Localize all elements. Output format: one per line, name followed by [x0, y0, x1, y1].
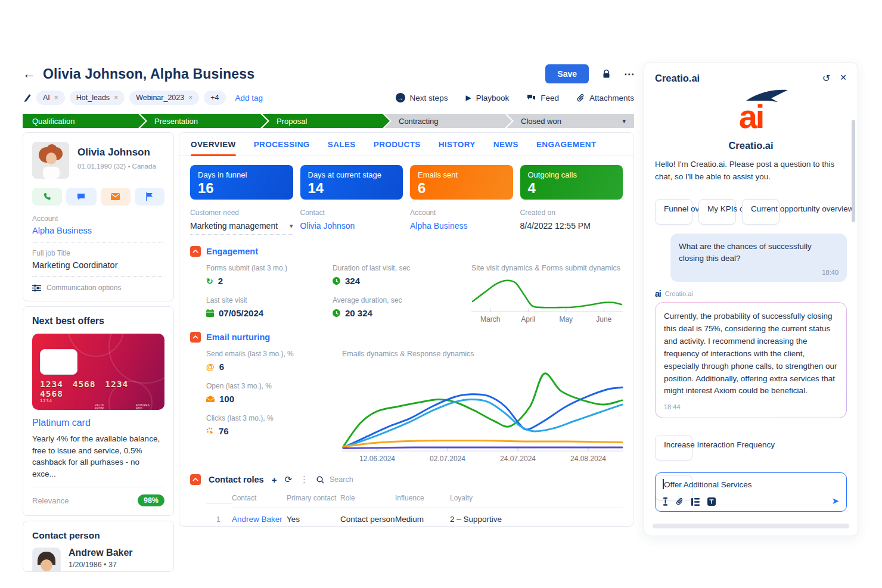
attach-icon[interactable]	[676, 497, 684, 506]
tab-engagement[interactable]: ENGAGEMENT	[536, 133, 597, 155]
calendar-icon	[206, 309, 214, 317]
job-title-value: Marketing Coordinator	[32, 260, 164, 270]
open-envelope-icon	[206, 396, 215, 402]
chip-funnel-overview[interactable]: Funnel overview	[655, 199, 692, 225]
tag-pill[interactable]: Hot_leads×	[70, 91, 125, 105]
tags-more-pill[interactable]: +4	[204, 91, 225, 105]
stat-last-site-visit: Last site visit 07/05/2024	[206, 296, 333, 318]
reset-chat-icon[interactable]: ↺	[822, 73, 830, 84]
tag-close-icon[interactable]: ×	[54, 94, 58, 101]
search-icon	[316, 476, 324, 484]
stage-proposal[interactable]: Proposal	[262, 114, 390, 128]
tag-pill[interactable]: Webinar_2023×	[129, 91, 199, 105]
credit-card-image: 1234 4568 1234 4568 1234 VALID FROM 00/0…	[32, 334, 164, 410]
tab-products[interactable]: PRODUCTS	[374, 133, 421, 155]
contact-link[interactable]: Andrew Baker	[232, 508, 287, 527]
stat-clicks: Clicks (last 3 mo.), % 76	[206, 414, 342, 436]
contact-name: Olivia Johnson	[77, 147, 156, 158]
text-format-icon[interactable]	[707, 497, 716, 506]
contact-roles-header: Contact roles + ⟳ ⋮	[190, 474, 623, 485]
chat-button[interactable]	[66, 188, 96, 206]
engagement-section-title[interactable]: Engagement	[206, 247, 258, 256]
call-button[interactable]	[32, 188, 62, 206]
attachments-button[interactable]: Attachments	[577, 93, 634, 102]
scrollbar[interactable]	[852, 120, 855, 222]
contact-roles-search[interactable]	[316, 475, 384, 484]
offer-product-link[interactable]: Platinum card	[32, 418, 164, 428]
refresh-icon[interactable]: ⟳	[284, 474, 292, 485]
tag-close-icon[interactable]: ×	[114, 94, 118, 101]
back-icon[interactable]: ←	[23, 66, 36, 82]
tag-close-icon[interactable]: ×	[188, 94, 192, 101]
table-row[interactable]: 1 Andrew Baker Yes Contact person Medium…	[206, 508, 623, 527]
tab-processing[interactable]: PROCESSING	[254, 133, 310, 155]
customer-need-select[interactable]: Marketing management ▾	[190, 221, 293, 235]
chip-increase-interaction[interactable]: Increase Interaction Frequency	[655, 435, 692, 461]
x-axis-labels: 12.06.202402.07.2024 24.07.202424.08.202…	[342, 455, 623, 463]
stage-qualification[interactable]: Qualification	[23, 114, 145, 128]
playbook-button[interactable]: ▶ Playbook	[465, 93, 509, 102]
add-tag-button[interactable]: Add tag	[235, 94, 263, 102]
lock-icon[interactable]	[602, 69, 611, 79]
page-header: ← Olivia Johnson, Alpha Business Save ⋯	[23, 63, 634, 85]
chip-opportunity-overview[interactable]: Current opportunity overview	[742, 199, 779, 225]
clock-icon	[333, 277, 340, 285]
next-steps-button[interactable]: → Next steps	[396, 93, 448, 102]
collapse-icon[interactable]	[190, 246, 201, 257]
collapse-icon[interactable]	[190, 474, 201, 485]
user-message-bubble: What are the chances of successfully clo…	[670, 234, 847, 282]
communication-options[interactable]: Communication options	[32, 284, 164, 292]
tab-news[interactable]: NEWS	[493, 133, 518, 155]
metric-days-at-stage: Days at current stage14	[300, 165, 403, 200]
flag-icon	[146, 192, 153, 201]
email-button[interactable]	[101, 188, 131, 206]
email-nurturing-section-title[interactable]: Email nurturing	[206, 332, 270, 342]
tab-overview[interactable]: OVERVIEW	[191, 133, 236, 155]
logo-arrow-icon	[745, 88, 789, 105]
stage-presentation[interactable]: Presentation	[140, 114, 268, 128]
kebab-menu-icon[interactable]: ⋮	[300, 474, 309, 485]
tab-history[interactable]: HISTORY	[439, 133, 476, 155]
account-field-link[interactable]: Alpha Business	[410, 221, 513, 231]
add-row-button[interactable]: +	[272, 475, 277, 485]
stage-contracting[interactable]: Contracting	[384, 114, 512, 128]
chevron-down-icon: ▾	[290, 222, 293, 230]
sliders-icon	[32, 284, 41, 292]
table-header-row: Contact Primary contact Role Influence L…	[206, 489, 623, 508]
feed-button[interactable]: Feed	[527, 93, 559, 102]
agent-message-label: ai Creatio.ai	[655, 289, 847, 298]
metric-cards: Days in funnel16 Days at current stage14…	[190, 165, 623, 200]
send-icon[interactable]: ➤	[831, 496, 839, 506]
search-input[interactable]	[328, 475, 384, 484]
stage-dropdown-icon[interactable]: ▾	[622, 117, 626, 125]
tag-pill[interactable]: AI×	[36, 91, 65, 105]
engagement-section: Forms submit (last 3 mo.) ↻2 Duration of…	[190, 264, 623, 328]
insert-icon[interactable]	[663, 497, 668, 506]
horizontal-scrollbar[interactable]	[653, 524, 849, 528]
offer-description: Yearly 4% for the available balance, fre…	[32, 433, 164, 480]
tab-sales[interactable]: SALES	[328, 133, 356, 155]
save-button[interactable]: Save	[545, 64, 589, 83]
record-toolbar: → Next steps ▶ Playbook Feed Attachments	[396, 93, 634, 102]
contact-person-name[interactable]: Andrew Baker	[69, 547, 133, 558]
more-menu-icon[interactable]: ⋯	[624, 68, 634, 80]
email-nurturing-section-header: Email nurturing	[190, 332, 623, 343]
chip-kpis-overview[interactable]: My KPIs overview	[698, 199, 736, 225]
chat-icon	[77, 193, 85, 201]
chat-input[interactable]: ➤	[655, 472, 847, 512]
message-time: 18:40	[679, 267, 838, 278]
left-sidebar: Olivia Johnson 01.01.1990 (32) • Canada	[23, 132, 174, 572]
creatio-ai-logo: ai	[722, 102, 779, 132]
list-icon[interactable]	[691, 498, 700, 506]
contact-person-card: Contact person Andrew Baker 1/20/1986 • …	[23, 521, 174, 572]
close-icon[interactable]: ✕	[840, 73, 847, 84]
contact-person-title: Contact person	[32, 530, 164, 541]
contact-field-link[interactable]: Olivia Johnson	[300, 221, 403, 231]
main-panel: OVERVIEW PROCESSING SALES PRODUCTS HISTO…	[179, 132, 634, 527]
flag-button[interactable]	[135, 188, 164, 206]
ai-greeting: Hello! I'm Creatio.ai. Please post a que…	[655, 158, 847, 183]
account-link[interactable]: Alpha Business	[32, 226, 164, 235]
stage-closed-won[interactable]: Closed won ▾	[507, 114, 634, 128]
stat-open-rate: Open (last 3 mo.), % 100	[206, 382, 342, 404]
collapse-icon[interactable]	[190, 332, 201, 343]
